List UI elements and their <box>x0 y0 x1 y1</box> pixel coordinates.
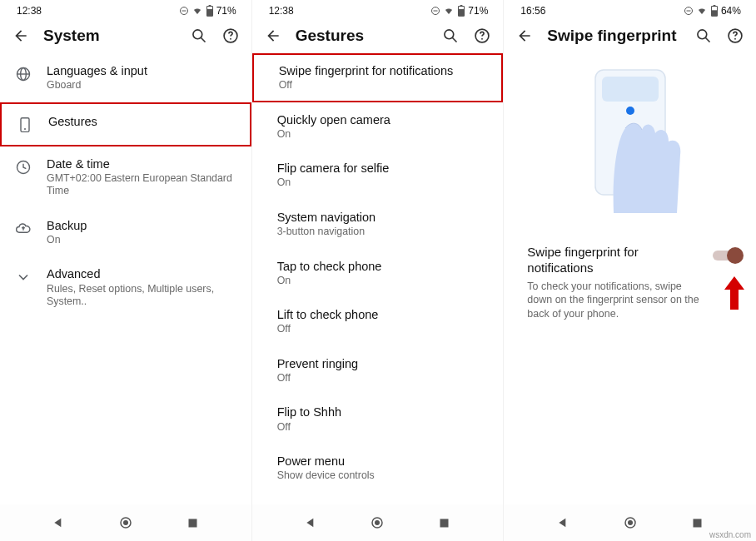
phone-gestures: 12:38 71% Gestures Swipe fingerprint for… <box>252 0 505 541</box>
svg-rect-22 <box>460 5 463 6</box>
page-title: Gestures <box>296 27 429 45</box>
svg-line-36 <box>705 38 709 42</box>
phone-system: 12:38 71% System Languages & input Gboar… <box>0 0 252 541</box>
header: Swipe fingerprint <box>504 18 756 53</box>
nav-back-icon[interactable] <box>50 514 67 531</box>
svg-point-38 <box>734 38 736 40</box>
search-icon[interactable] <box>694 27 713 45</box>
nav-recent-icon[interactable] <box>184 514 201 531</box>
status-right: 64% <box>684 5 741 17</box>
nav-bar <box>0 504 251 541</box>
row-tap-check[interactable]: Tap to check phoneOn <box>252 249 504 298</box>
row-title: Quickly open camera <box>277 112 490 127</box>
battery-icon <box>710 5 719 17</box>
row-subtitle: Off <box>277 372 490 385</box>
status-bar: 12:38 71% <box>0 0 251 18</box>
row-title: Swipe fingerprint for notifications <box>279 63 489 78</box>
nav-home-icon[interactable] <box>117 514 134 531</box>
status-time: 16:56 <box>520 5 545 17</box>
svg-point-26 <box>481 38 483 40</box>
row-title: Power menu <box>277 454 490 469</box>
row-quick-camera[interactable]: Quickly open cameraOn <box>252 102 504 151</box>
nav-back-icon[interactable] <box>302 514 319 531</box>
status-right: 71% <box>179 5 236 17</box>
status-battery: 71% <box>216 5 236 17</box>
dnd-icon <box>684 6 694 16</box>
row-prevent-ringing[interactable]: Prevent ringingOff <box>252 346 504 395</box>
row-backup[interactable]: Backup On <box>0 208 251 257</box>
row-power-menu[interactable]: Power menuShow device controls <box>252 444 504 493</box>
svg-rect-3 <box>206 9 212 16</box>
row-gestures[interactable]: Gestures <box>0 102 251 146</box>
svg-rect-29 <box>440 519 449 527</box>
row-advanced[interactable]: Advanced Rules, Reset options, Multiple … <box>0 256 251 318</box>
svg-rect-21 <box>459 9 465 16</box>
toggle-switch[interactable] <box>713 248 741 263</box>
clock-icon <box>13 157 33 177</box>
phone-swipe-fingerprint: 16:56 64% Swipe fingerprint Swipe finger… <box>504 0 756 541</box>
wifi-icon <box>443 6 455 16</box>
svg-rect-44 <box>693 519 701 527</box>
row-title: Flip to Shhh <box>277 405 490 419</box>
row-flip-shhh[interactable]: Flip to ShhhOff <box>252 395 504 444</box>
row-system-navigation[interactable]: System navigation3-button navigation <box>252 200 504 249</box>
search-icon[interactable] <box>190 27 208 45</box>
nav-home-icon[interactable] <box>369 514 385 531</box>
page-title: System <box>43 27 177 45</box>
row-subtitle: On <box>277 275 490 288</box>
svg-rect-17 <box>188 519 196 527</box>
row-datetime[interactable]: Date & time GMT+02:00 Eastern European S… <box>0 146 251 208</box>
nav-recent-icon[interactable] <box>436 514 453 531</box>
gestures-list: Swipe fingerprint for notifications Off … <box>252 53 504 493</box>
header: System <box>0 18 251 53</box>
svg-point-16 <box>123 520 128 525</box>
back-icon[interactable] <box>12 27 30 45</box>
toggle-subtitle: To check your notifications, swipe down … <box>527 280 703 322</box>
svg-point-8 <box>230 38 231 40</box>
toggle-swipe-fingerprint: Swipe fingerprint for notifications To c… <box>504 233 756 333</box>
status-bar: 16:56 64% <box>504 0 756 18</box>
row-subtitle: Show device controls <box>277 469 490 483</box>
row-languages[interactable]: Languages & input Gboard <box>0 53 251 102</box>
battery-icon <box>206 5 214 17</box>
nav-recent-icon[interactable] <box>689 514 705 531</box>
row-subtitle: Off <box>277 323 490 336</box>
svg-point-23 <box>445 30 454 39</box>
help-icon[interactable] <box>726 27 744 45</box>
annotation-arrow-icon <box>724 276 744 310</box>
row-lift-check[interactable]: Lift to check phoneOff <box>252 297 504 346</box>
cloud-icon <box>13 219 33 239</box>
back-icon[interactable] <box>264 27 282 45</box>
svg-rect-33 <box>711 10 717 16</box>
nav-back-icon[interactable] <box>555 514 571 531</box>
chevron-down-icon <box>13 267 33 287</box>
row-title: Flip camera for selfie <box>277 161 490 176</box>
status-right: 71% <box>430 5 488 17</box>
header: Gestures <box>252 18 504 53</box>
toggle-title: Swipe fingerprint for notifications <box>527 245 703 276</box>
row-subtitle: 3-button navigation <box>277 226 490 239</box>
svg-point-28 <box>375 520 380 525</box>
help-icon[interactable] <box>221 27 240 45</box>
status-bar: 12:38 71% <box>252 0 504 18</box>
gesture-icon <box>15 115 35 135</box>
row-subtitle: On <box>47 234 238 247</box>
watermark: wsxdn.com <box>709 530 751 539</box>
search-icon[interactable] <box>441 27 460 45</box>
settings-list: Languages & input Gboard Gestures Date &… <box>0 53 251 319</box>
row-title: Date & time <box>47 156 238 171</box>
row-swipe-fingerprint[interactable]: Swipe fingerprint for notifications Off <box>252 53 504 102</box>
row-subtitle: GMT+02:00 Eastern European Standard Time <box>47 172 238 198</box>
dnd-icon <box>179 6 189 16</box>
status-battery: 71% <box>468 5 488 17</box>
row-subtitle: Rules, Reset options, Multiple users, Sy… <box>47 283 238 309</box>
nav-home-icon[interactable] <box>622 514 639 531</box>
row-title: Languages & input <box>47 63 238 78</box>
back-icon[interactable] <box>515 27 534 45</box>
status-time: 12:38 <box>17 5 42 17</box>
svg-point-5 <box>193 30 202 39</box>
status-battery: 64% <box>721 5 741 17</box>
row-flip-camera[interactable]: Flip camera for selfieOn <box>252 151 504 200</box>
illustration <box>504 53 756 233</box>
help-icon[interactable] <box>473 27 491 45</box>
